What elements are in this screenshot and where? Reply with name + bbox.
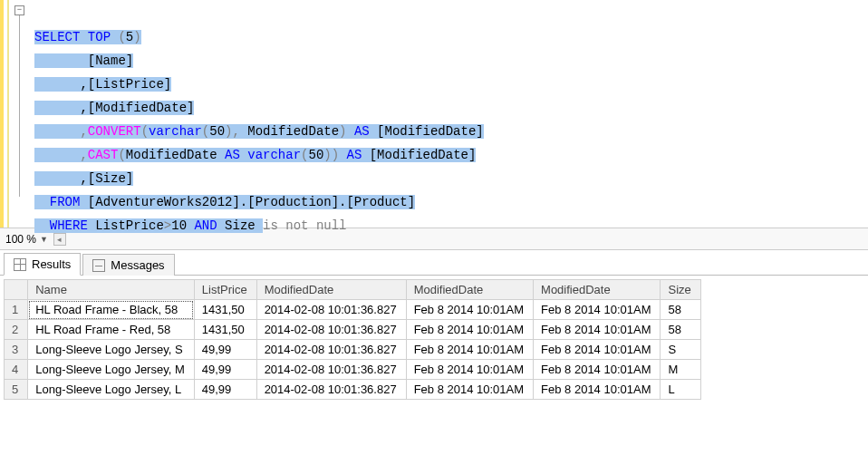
- col-listprice: ,[ListPrice]: [34, 77, 171, 92]
- data-cell[interactable]: 2014-02-08 10:01:36.827: [256, 360, 406, 380]
- table-row[interactable]: 5Long-Sleeve Logo Jersey, L49,992014-02-…: [5, 380, 701, 400]
- kw-as: AS: [339, 148, 370, 162]
- zoom-value: 100 %: [5, 233, 36, 246]
- kw-select: SELECT: [34, 30, 80, 44]
- rownum-cell[interactable]: 1: [5, 300, 28, 320]
- rownum-cell[interactable]: 4: [5, 360, 28, 380]
- data-cell[interactable]: Long-Sleeve Logo Jersey, M: [28, 360, 195, 380]
- data-cell[interactable]: Feb 8 2014 10:01AM: [406, 300, 533, 320]
- col-header[interactable]: ModifiedDate: [406, 280, 533, 300]
- data-cell[interactable]: 58: [661, 320, 700, 340]
- col-size: ,[Size]: [34, 171, 133, 186]
- change-margin: [0, 0, 9, 228]
- col-name: [Name]: [34, 53, 133, 68]
- kw-as: AS: [347, 124, 378, 139]
- paren: (: [118, 30, 125, 44]
- messages-icon: [92, 259, 105, 272]
- data-cell[interactable]: 49,99: [194, 360, 256, 380]
- literal-50: 50: [209, 124, 225, 139]
- type-varchar: varchar: [149, 124, 202, 139]
- data-cell[interactable]: M: [661, 360, 700, 380]
- results-grid[interactable]: NameListPriceModifiedDateModifiedDateMod…: [4, 279, 701, 400]
- table-row[interactable]: 3Long-Sleeve Logo Jersey, S49,992014-02-…: [5, 340, 701, 360]
- rownum-header[interactable]: [5, 280, 28, 300]
- col-header[interactable]: ModifiedDate: [256, 280, 406, 300]
- arg-modifieddate: ModifiedDate: [240, 124, 339, 139]
- rownum-cell[interactable]: 3: [5, 340, 28, 360]
- data-cell[interactable]: 49,99: [194, 340, 256, 360]
- kw-as: AS: [225, 148, 240, 162]
- tab-messages-label: Messages: [111, 258, 164, 272]
- literal-10: 10: [171, 218, 194, 233]
- paren: ): [339, 124, 346, 139]
- op-gt: >: [164, 218, 171, 233]
- kw-where: WHERE: [34, 218, 88, 233]
- data-cell[interactable]: Feb 8 2014 10:01AM: [534, 360, 661, 380]
- fn-convert: CONVERT: [88, 124, 141, 139]
- results-tabs: Results Messages: [0, 250, 868, 276]
- col-header[interactable]: Size: [661, 280, 700, 300]
- comma: ,: [34, 124, 88, 139]
- sql-editor[interactable]: − SELECT TOP (5) [Name] ,[ListPrice] ,[M…: [0, 0, 868, 228]
- data-cell[interactable]: Feb 8 2014 10:01AM: [534, 380, 661, 400]
- col-modifieddate: ,[ModifiedDate]: [34, 101, 194, 115]
- code-content[interactable]: SELECT TOP (5) [Name] ,[ListPrice] ,[Mod…: [34, 0, 484, 228]
- grid-header-row: NameListPriceModifiedDateModifiedDateMod…: [5, 280, 701, 300]
- table-row[interactable]: 2HL Road Frame - Red, 581431,502014-02-0…: [5, 320, 701, 340]
- data-cell[interactable]: S: [661, 340, 700, 360]
- paren: (: [141, 124, 149, 139]
- data-cell[interactable]: 58: [661, 300, 700, 320]
- col-header[interactable]: Name: [28, 280, 195, 300]
- data-cell[interactable]: Feb 8 2014 10:01AM: [534, 300, 661, 320]
- rownum-cell[interactable]: 5: [5, 380, 28, 400]
- data-cell[interactable]: Feb 8 2014 10:01AM: [406, 340, 533, 360]
- grid-icon: [14, 258, 26, 271]
- data-cell[interactable]: 1431,50: [194, 320, 256, 340]
- arg-modifieddate: ModifiedDate: [126, 148, 225, 162]
- data-cell[interactable]: Long-Sleeve Logo Jersey, L: [28, 380, 195, 400]
- scroll-left-icon[interactable]: ◂: [53, 233, 66, 246]
- data-cell[interactable]: Feb 8 2014 10:01AM: [406, 360, 533, 380]
- table-row[interactable]: 4Long-Sleeve Logo Jersey, M49,992014-02-…: [5, 360, 701, 380]
- kw-top: TOP: [80, 30, 118, 44]
- paren-comma: ),: [225, 124, 240, 139]
- data-cell[interactable]: Feb 8 2014 10:01AM: [534, 320, 661, 340]
- gutter: −: [9, 0, 34, 228]
- fold-line: [19, 15, 20, 197]
- kw-and: AND: [194, 218, 217, 233]
- data-cell[interactable]: Long-Sleeve Logo Jersey, S: [28, 340, 195, 360]
- tab-messages[interactable]: Messages: [82, 254, 174, 276]
- paren: )): [323, 148, 339, 162]
- data-cell[interactable]: Feb 8 2014 10:01AM: [406, 320, 533, 340]
- tab-results[interactable]: Results: [4, 253, 81, 276]
- data-cell[interactable]: 49,99: [194, 380, 256, 400]
- data-cell[interactable]: Feb 8 2014 10:01AM: [406, 380, 533, 400]
- rownum-cell[interactable]: 2: [5, 320, 28, 340]
- data-cell[interactable]: 2014-02-08 10:01:36.827: [256, 380, 406, 400]
- comma: ,: [34, 148, 88, 162]
- tab-results-label: Results: [32, 257, 71, 271]
- zoom-dropdown[interactable]: 100 % ▼: [5, 233, 48, 246]
- results-pane[interactable]: NameListPriceModifiedDateModifiedDateMod…: [0, 276, 868, 465]
- alias-modifieddate: [ModifiedDate]: [370, 148, 477, 162]
- paren: (: [118, 148, 125, 162]
- col-header[interactable]: ModifiedDate: [534, 280, 661, 300]
- paren: ): [133, 30, 140, 44]
- kw-isnotnull: is not null: [263, 218, 346, 233]
- data-cell[interactable]: Feb 8 2014 10:01AM: [534, 340, 661, 360]
- kw-from: FROM: [34, 195, 80, 209]
- fn-cast: CAST: [88, 148, 119, 162]
- type-varchar: varchar: [240, 148, 301, 162]
- data-cell[interactable]: L: [661, 380, 700, 400]
- literal-50: 50: [308, 148, 323, 162]
- data-cell[interactable]: 2014-02-08 10:01:36.827: [256, 300, 406, 320]
- data-cell[interactable]: 2014-02-08 10:01:36.827: [256, 340, 406, 360]
- chevron-down-icon: ▼: [40, 235, 48, 244]
- fold-toggle-icon[interactable]: −: [14, 5, 24, 15]
- data-cell[interactable]: 1431,50: [194, 300, 256, 320]
- data-cell[interactable]: HL Road Frame - Red, 58: [28, 320, 195, 340]
- table-row[interactable]: 1HL Road Frame - Black, 581431,502014-02…: [5, 300, 701, 320]
- col-header[interactable]: ListPrice: [194, 280, 256, 300]
- data-cell[interactable]: 2014-02-08 10:01:36.827: [256, 320, 406, 340]
- data-cell[interactable]: HL Road Frame - Black, 58: [28, 300, 195, 320]
